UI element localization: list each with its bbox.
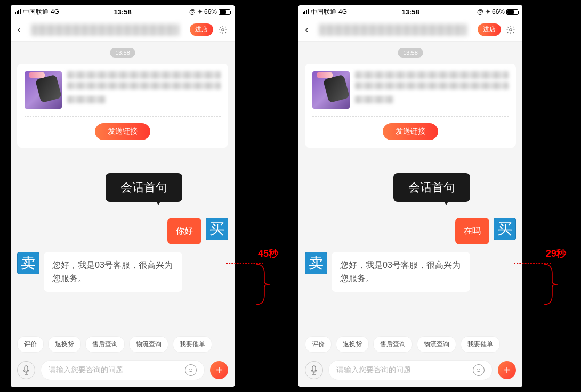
signal-icon xyxy=(15,9,21,14)
enter-shop-button[interactable]: 进店 xyxy=(190,23,213,36)
svg-rect-1 xyxy=(25,366,28,371)
carrier-label: 中国联通 xyxy=(311,7,336,17)
battery-icon xyxy=(219,9,230,15)
send-link-button[interactable]: 发送链接 xyxy=(95,123,150,140)
seller-avatar[interactable]: 卖 xyxy=(305,252,327,274)
svg-point-6 xyxy=(478,369,478,370)
chat-area[interactable]: 13:58 发送链接 会话首句 在吗 买 xyxy=(298,42,522,331)
quick-reply-button[interactable]: 售后查询 xyxy=(373,336,413,353)
quick-reply-button[interactable]: 物流查询 xyxy=(129,336,168,353)
quick-reply-row[interactable]: 评价 退换货 售后查询 物流查询 我要催单 xyxy=(298,331,522,356)
dashed-connector xyxy=(514,263,551,264)
duration-label: 45秒 xyxy=(258,247,278,260)
location-icon: ✈ xyxy=(485,8,490,15)
input-placeholder: 请输入您要咨询的问题 xyxy=(49,365,185,375)
duration-label: 29秒 xyxy=(546,247,566,260)
svg-point-3 xyxy=(192,369,192,370)
svg-point-7 xyxy=(480,369,480,370)
quick-reply-button[interactable]: 退换货 xyxy=(336,336,369,353)
phone-screenshot-left: 中国联通 4G 13:58 @ ✈ 66% ‹ 进店 13:58 xyxy=(11,5,235,387)
product-card[interactable]: 发送链接 xyxy=(17,64,228,148)
quick-reply-button[interactable]: 退换货 xyxy=(48,336,81,353)
battery-pct: 66% xyxy=(492,8,505,15)
mic-icon[interactable] xyxy=(17,361,35,379)
carrier-label: 中国联通 xyxy=(23,7,49,17)
shop-title-blurred xyxy=(31,24,179,36)
enter-shop-button[interactable]: 进店 xyxy=(478,23,501,36)
quick-reply-button[interactable]: 物流查询 xyxy=(417,336,456,353)
dashed-connector xyxy=(487,303,551,303)
product-card[interactable]: 发送链接 xyxy=(305,64,516,148)
seller-message-bubble: 您好，我是03号客服，很高兴为您服务。 xyxy=(332,252,470,292)
product-info-blurred xyxy=(355,71,509,109)
shop-title-blurred xyxy=(319,24,467,36)
buyer-avatar[interactable]: 买 xyxy=(494,218,516,240)
chat-header: ‹ 进店 xyxy=(11,18,235,42)
message-input[interactable]: 请输入您要咨询的问题 xyxy=(328,360,493,380)
input-bar: 请输入您要咨询的问题 + xyxy=(298,356,522,387)
status-bar: 中国联通 4G 13:58 @ ✈ 66% xyxy=(11,5,235,18)
quick-reply-button[interactable]: 我要催单 xyxy=(173,336,212,353)
svg-point-0 xyxy=(222,28,224,31)
dashed-connector xyxy=(199,303,263,303)
mic-icon[interactable] xyxy=(305,361,323,379)
quick-reply-row[interactable]: 评价 退换货 售后查询 物流查询 我要催单 xyxy=(11,331,235,356)
battery-icon xyxy=(506,9,518,15)
buyer-message-bubble: 在吗 xyxy=(455,218,489,244)
duration-annotation: 29秒 xyxy=(543,247,566,306)
plus-button[interactable]: + xyxy=(210,361,228,379)
emoji-icon[interactable] xyxy=(473,364,485,376)
emoji-icon[interactable] xyxy=(185,364,197,376)
quick-reply-button[interactable]: 售后查询 xyxy=(85,336,125,353)
quick-reply-button[interactable]: 我要催单 xyxy=(461,336,500,353)
at-icon: @ xyxy=(189,8,196,15)
quick-reply-button[interactable]: 评价 xyxy=(17,336,44,353)
at-icon: @ xyxy=(477,8,483,15)
back-icon[interactable]: ‹ xyxy=(17,23,21,37)
svg-point-4 xyxy=(510,28,512,31)
chat-header: ‹ 进店 xyxy=(298,18,522,42)
network-label: 4G xyxy=(338,8,347,15)
time-badge: 13:58 xyxy=(110,48,135,58)
status-bar: 中国联通 4G 13:58 @ ✈ 66% xyxy=(298,5,522,18)
network-label: 4G xyxy=(51,8,59,15)
back-icon[interactable]: ‹ xyxy=(305,23,309,37)
signal-icon xyxy=(303,9,309,14)
send-link-button[interactable]: 发送链接 xyxy=(383,123,438,140)
message-input[interactable]: 请输入您要咨询的问题 xyxy=(41,360,205,380)
status-time: 13:58 xyxy=(114,8,131,16)
location-icon: ✈ xyxy=(197,8,203,15)
battery-pct: 66% xyxy=(204,8,217,15)
annotation-first-sentence: 会话首句 xyxy=(393,173,470,202)
chat-area[interactable]: 13:58 发送链接 会话首句 你好 买 xyxy=(11,42,235,331)
plus-button[interactable]: + xyxy=(498,361,516,379)
product-image xyxy=(312,71,350,109)
input-bar: 请输入您要咨询的问题 + xyxy=(11,356,235,387)
time-badge: 13:58 xyxy=(398,48,423,58)
seller-message-row: 卖 您好，我是03号客服，很高兴为您服务。 xyxy=(305,252,516,292)
dashed-connector xyxy=(226,263,263,264)
input-placeholder: 请输入您要咨询的问题 xyxy=(336,365,473,375)
duration-annotation: 45秒 xyxy=(255,247,278,306)
gear-icon[interactable] xyxy=(217,24,228,35)
status-time: 13:58 xyxy=(401,8,419,16)
annotation-first-sentence: 会话首句 xyxy=(106,173,182,202)
svg-point-2 xyxy=(190,369,190,370)
buyer-avatar[interactable]: 买 xyxy=(206,218,228,240)
buyer-message-row: 你好 买 xyxy=(17,218,228,244)
buyer-message-bubble: 你好 xyxy=(167,218,201,244)
seller-message-bubble: 您好，我是03号客服，很高兴为您服务。 xyxy=(44,252,182,292)
quick-reply-button[interactable]: 评价 xyxy=(305,336,332,353)
svg-rect-5 xyxy=(312,366,316,371)
seller-message-row: 卖 您好，我是03号客服，很高兴为您服务。 xyxy=(17,252,228,292)
product-info-blurred xyxy=(67,71,221,109)
buyer-message-row: 在吗 买 xyxy=(305,218,516,244)
phone-screenshot-right: 中国联通 4G 13:58 @ ✈ 66% ‹ 进店 13:58 xyxy=(298,5,522,387)
seller-avatar[interactable]: 卖 xyxy=(17,252,39,274)
product-image xyxy=(25,71,62,109)
gear-icon[interactable] xyxy=(505,24,516,35)
